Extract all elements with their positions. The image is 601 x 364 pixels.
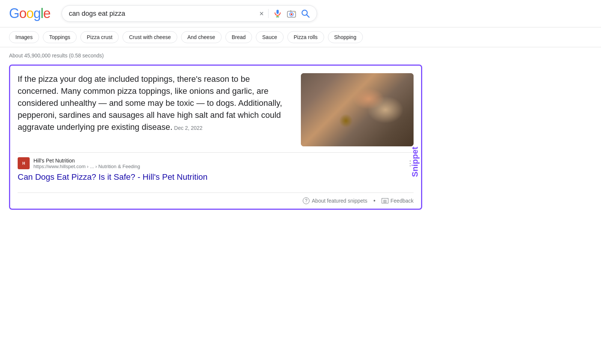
feedback-icon: ▤	[382, 198, 388, 203]
chip-bread[interactable]: Bread	[225, 31, 252, 43]
search-button[interactable]	[301, 9, 310, 18]
svg-rect-0	[276, 10, 279, 14]
feedback-link[interactable]: ▤ Feedback	[382, 198, 414, 204]
snippet-date: Dec 2, 2022	[174, 125, 203, 131]
question-icon: ?	[303, 197, 310, 204]
footer-dot: •	[373, 197, 376, 204]
pizza-dog-photo	[301, 73, 414, 146]
mic-button[interactable]	[273, 9, 282, 18]
search-input[interactable]	[69, 10, 255, 18]
results-area: About 45,900,000 results (0.58 seconds) …	[0, 47, 451, 215]
snippet-image	[301, 73, 414, 146]
mic-icon	[273, 9, 282, 18]
source-url: https://www.hillspet.com › ... › Nutriti…	[33, 164, 403, 169]
source-section: H Hill's Pet Nutrition https://www.hills…	[18, 152, 414, 193]
search-bar: ×	[62, 5, 317, 22]
clear-icon[interactable]: ×	[259, 10, 264, 17]
svg-rect-7	[294, 12, 295, 13]
chip-pizza-rolls[interactable]: Pizza rolls	[287, 31, 324, 43]
header: Google ×	[0, 0, 601, 27]
chip-pizza-crust[interactable]: Pizza crust	[80, 31, 119, 43]
source-name: Hill's Pet Nutrition	[33, 158, 403, 164]
snippet-text-block: If the pizza your dog ate included toppi…	[18, 73, 290, 146]
feedback-text: Feedback	[391, 198, 414, 204]
camera-button[interactable]	[287, 9, 296, 18]
results-count: About 45,900,000 results (0.58 seconds)	[9, 53, 442, 59]
chip-and-cheese[interactable]: And cheese	[181, 31, 222, 43]
google-logo: Google	[9, 6, 50, 21]
svg-rect-6	[290, 11, 291, 12]
svg-line-9	[307, 15, 310, 18]
snippet-label: Snippet	[408, 141, 422, 183]
chips-row: Images Toppings Pizza crust Crust with c…	[0, 27, 601, 47]
about-snippets-text: About featured snippets	[312, 198, 367, 204]
svg-point-5	[291, 14, 293, 15]
source-favicon: H	[18, 157, 30, 169]
featured-snippet-card: Snippet If the pizza your dog ate includ…	[9, 65, 422, 210]
camera-icon	[287, 9, 296, 18]
about-snippets-link[interactable]: ? About featured snippets	[303, 197, 367, 204]
search-icon	[301, 9, 310, 18]
chip-images[interactable]: Images	[9, 31, 39, 43]
source-details: Hill's Pet Nutrition https://www.hillspe…	[33, 158, 403, 169]
source-info: H Hill's Pet Nutrition https://www.hills…	[18, 157, 414, 169]
chip-crust-with-cheese[interactable]: Crust with cheese	[122, 31, 177, 43]
divider	[268, 9, 269, 18]
chip-toppings[interactable]: Toppings	[43, 31, 77, 43]
result-title[interactable]: Can Dogs Eat Pizza? Is it Safe? - Hill's…	[18, 172, 414, 188]
snippet-content: If the pizza your dog ate included toppi…	[18, 73, 414, 146]
snippet-footer: ? About featured snippets • ▤ Feedback	[18, 193, 414, 209]
snippet-main-text: If the pizza your dog ate included toppi…	[18, 74, 282, 132]
chip-sauce[interactable]: Sauce	[256, 31, 284, 43]
chip-shopping[interactable]: Shopping	[328, 31, 363, 43]
